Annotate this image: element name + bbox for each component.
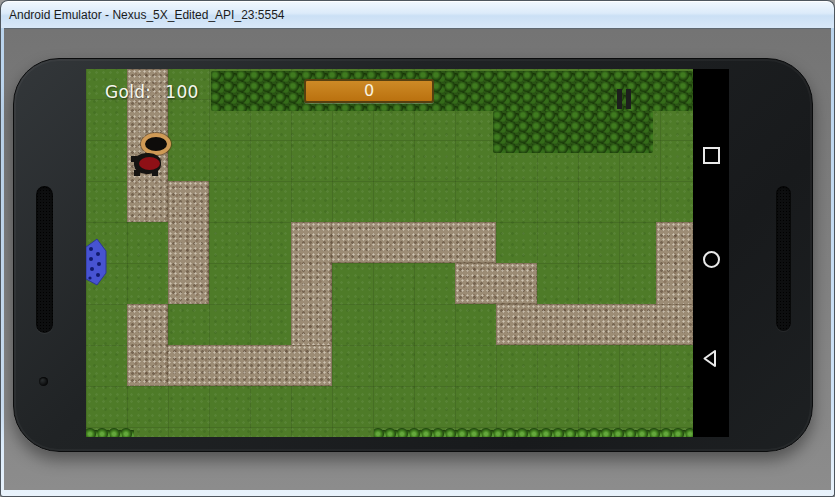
emulator-window: Android Emulator - Nexus_5X_Edited_API_2…	[0, 0, 835, 497]
window-titlebar[interactable]: Android Emulator - Nexus_5X_Edited_API_2…	[0, 0, 835, 28]
android-navbar	[693, 69, 729, 437]
spawn-portal	[86, 238, 108, 286]
left-speaker-grille	[36, 186, 53, 333]
back-triangle-icon[interactable]	[702, 349, 717, 368]
dirt-path-segment	[168, 181, 209, 304]
spawn-hole	[141, 133, 171, 155]
dirt-path-segment	[496, 304, 693, 345]
phone-bezel: Gold: 100 0	[13, 58, 813, 452]
gold-label: Gold:	[105, 82, 151, 102]
enemy-sprite	[131, 153, 164, 176]
tree-block	[493, 111, 653, 153]
game-viewport[interactable]: Gold: 100 0	[86, 69, 693, 437]
home-circle-icon[interactable]	[703, 251, 720, 268]
pause-icon[interactable]	[617, 89, 632, 109]
wave-progress-bar: 0	[304, 79, 434, 103]
dirt-path-segment	[127, 304, 168, 386]
enemy-belly	[139, 157, 160, 170]
bush-row	[86, 425, 134, 437]
right-speaker-grille	[776, 186, 791, 331]
gold-display: Gold: 100	[105, 82, 199, 102]
phone-screen: Gold: 100 0	[86, 69, 729, 437]
window-title: Android Emulator - Nexus_5X_Edited_API_2…	[9, 1, 285, 29]
wave-counter: 0	[364, 81, 374, 100]
camera-dot	[39, 377, 48, 386]
pause-bar	[626, 89, 631, 109]
gold-value: 100	[165, 82, 198, 102]
dirt-path-segment	[455, 263, 537, 304]
bush-row	[374, 425, 693, 437]
pause-bar	[617, 89, 622, 109]
recents-square-icon[interactable]	[703, 147, 720, 164]
